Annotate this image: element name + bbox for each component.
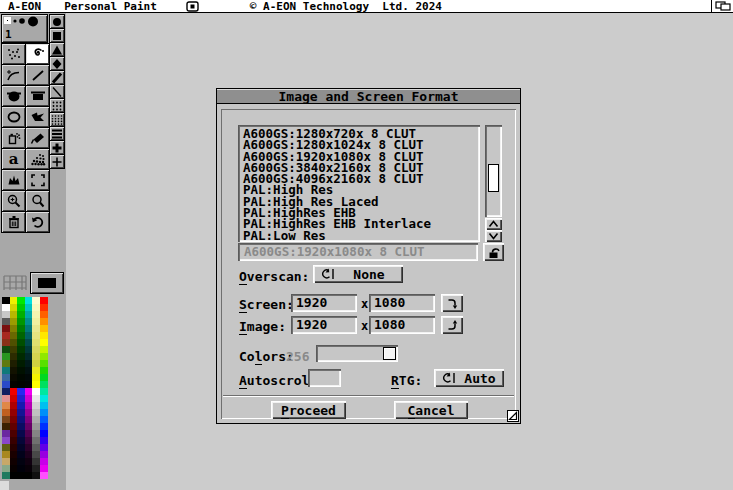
palette-swatch[interactable] (17, 325, 25, 332)
palette-swatch[interactable] (2, 353, 10, 360)
palette-swatch[interactable] (2, 381, 10, 388)
palette-swatch[interactable] (25, 451, 33, 458)
freehand-tool[interactable] (26, 44, 49, 64)
brush-lines[interactable] (50, 127, 64, 140)
palette-swatch[interactable] (17, 451, 25, 458)
brush-dots-sparse[interactable] (50, 99, 64, 112)
palette-swatch[interactable] (25, 332, 33, 339)
palette-swatch[interactable] (25, 346, 33, 353)
palette-swatch[interactable] (32, 395, 40, 402)
palette-swatch[interactable] (40, 325, 48, 332)
autoscroll-checkbox[interactable] (308, 369, 341, 387)
palette-swatch[interactable] (25, 423, 33, 430)
palette-swatch[interactable] (2, 332, 10, 339)
palette-swatch[interactable] (32, 346, 40, 353)
brush-dots-dense[interactable] (50, 113, 64, 126)
palette-swatch[interactable] (25, 325, 33, 332)
palette-swatch[interactable] (25, 318, 33, 325)
palette-swatch[interactable] (10, 332, 18, 339)
palette-swatch[interactable] (40, 465, 48, 472)
colors-slider[interactable] (316, 345, 398, 362)
palette-swatch[interactable] (2, 395, 10, 402)
brush-cross-thin[interactable] (50, 155, 64, 168)
display-mode-list[interactable]: A600GS:1280x720x 8 CLUTA600GS:1280x1024x… (238, 125, 480, 242)
palette-swatch[interactable] (17, 360, 25, 367)
brush-triangle[interactable] (50, 43, 64, 56)
palette-swatch[interactable] (25, 311, 33, 318)
selected-mode-field[interactable]: A600GS:1920x1080x 8 CLUT (238, 243, 478, 261)
palette-swatch[interactable] (2, 409, 10, 416)
palette-swatch[interactable] (40, 444, 48, 451)
scrollbar-thumb[interactable] (488, 164, 499, 192)
brush-slash-thick[interactable] (50, 71, 64, 84)
palette-swatch[interactable] (10, 402, 18, 409)
brush-size-selector[interactable]: 1 (1, 14, 48, 43)
brush-backslash-thin[interactable] (50, 85, 64, 98)
brush-square[interactable] (50, 29, 64, 42)
palette-swatch[interactable] (17, 402, 25, 409)
palette-swatch[interactable] (2, 458, 10, 465)
menu-item-aeon[interactable]: A-EON (8, 0, 41, 13)
brush-dot[interactable] (50, 15, 64, 28)
dotted-freehand-tool[interactable] (2, 44, 25, 64)
palette-swatch[interactable] (25, 416, 33, 423)
display-mode-option[interactable]: PAL:Low Res (243, 230, 480, 241)
palette-swatch[interactable] (2, 367, 10, 374)
filled-rect-tool[interactable] (26, 86, 49, 106)
palette-swatch[interactable] (25, 437, 33, 444)
palette-swatch[interactable] (40, 437, 48, 444)
line-tool[interactable] (26, 65, 49, 85)
palette-swatch[interactable] (2, 339, 10, 346)
palette-swatch[interactable] (32, 451, 40, 458)
palette-swatch[interactable] (25, 444, 33, 451)
palette-swatch[interactable] (10, 451, 18, 458)
palette-swatch[interactable] (32, 297, 40, 304)
palette-swatch[interactable] (40, 360, 48, 367)
palette-swatch[interactable] (2, 318, 10, 325)
palette-swatch[interactable] (10, 416, 18, 423)
palette-swatch[interactable] (25, 388, 33, 395)
zoom-in-tool[interactable] (2, 191, 25, 211)
palette-swatch[interactable] (25, 409, 33, 416)
palette-swatch[interactable] (40, 416, 48, 423)
palette-swatch[interactable] (10, 444, 18, 451)
curve-tool[interactable] (2, 65, 25, 85)
palette-swatch[interactable] (10, 465, 18, 472)
screen-width-field[interactable]: 1920 (291, 294, 357, 312)
palette-swatch[interactable] (10, 437, 18, 444)
palette-swatch[interactable] (32, 325, 40, 332)
palette-swatch[interactable] (25, 381, 33, 388)
palette-swatch[interactable] (10, 353, 18, 360)
screen-copy-down-button[interactable] (441, 294, 463, 312)
palette-corner-swatch[interactable] (0, 481, 9, 490)
palette-swatch[interactable] (17, 374, 25, 381)
palette-swatch[interactable] (32, 374, 40, 381)
palette-swatch[interactable] (25, 465, 33, 472)
palette-swatch[interactable] (25, 374, 33, 381)
display-mode-scrollbar[interactable] (485, 125, 502, 217)
palette-swatch[interactable] (2, 311, 10, 318)
palette-swatch[interactable] (2, 325, 10, 332)
palette-swatch[interactable] (25, 353, 33, 360)
palette-swatch[interactable] (10, 325, 18, 332)
scroll-down-button[interactable] (485, 230, 502, 242)
filled-ellipse-tool[interactable] (2, 86, 25, 106)
palette-swatch[interactable] (17, 458, 25, 465)
palette-swatch[interactable] (25, 360, 33, 367)
palette-swatch[interactable] (2, 416, 10, 423)
palette-swatch[interactable] (32, 416, 40, 423)
palette-swatch[interactable] (17, 395, 25, 402)
cancel-button[interactable]: Cancel (394, 401, 468, 419)
palette-grid-icon[interactable] (2, 274, 28, 292)
trash-tool[interactable] (2, 212, 25, 232)
palette-swatch[interactable] (40, 423, 48, 430)
palette-swatch[interactable] (2, 437, 10, 444)
palette-swatch[interactable] (2, 451, 10, 458)
palette-swatch[interactable] (32, 402, 40, 409)
palette-swatch[interactable] (10, 367, 18, 374)
palette-swatch[interactable] (17, 311, 25, 318)
palette-swatch[interactable] (10, 311, 18, 318)
magnify-tool[interactable] (26, 191, 49, 211)
palette-swatch[interactable] (17, 437, 25, 444)
screen-height-field[interactable]: 1080 (369, 294, 435, 312)
